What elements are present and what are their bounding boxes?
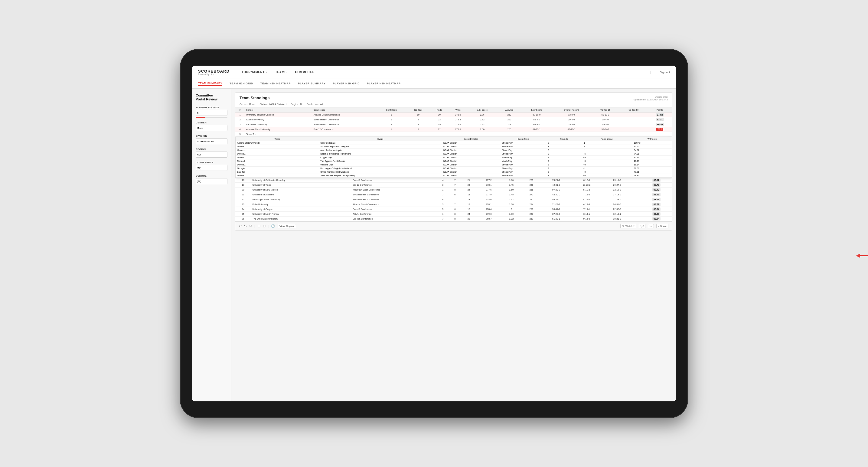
tooltip-col-rounds: Rounds bbox=[546, 137, 582, 141]
cell-points[interactable]: 93.31 bbox=[648, 117, 672, 122]
tooltip-cell-team: Georgia bbox=[236, 167, 319, 170]
tooltip-col-rank-impact: Rank Impact bbox=[582, 137, 632, 141]
table-row: 2 Auburn University Southeastern Confere… bbox=[235, 117, 672, 122]
col-school: School bbox=[245, 108, 312, 113]
points-badge[interactable]: 90.30 bbox=[656, 123, 664, 126]
cell-points[interactable]: 90.30 bbox=[648, 122, 672, 127]
cell-overall: 3-14-1 bbox=[571, 212, 602, 217]
nav-committee[interactable]: COMMITTEE bbox=[295, 70, 315, 74]
cell-rank: 18 bbox=[235, 178, 251, 183]
tooltip-cell-type: Stroke Play bbox=[500, 167, 546, 170]
tab-team-h2h-grid[interactable]: TEAM H2H GRID bbox=[229, 82, 253, 86]
tooltip-cell-rounds: 2 bbox=[546, 159, 582, 163]
sign-out-button[interactable]: Sign out bbox=[660, 71, 670, 74]
points-badge[interactable]: 88.54 bbox=[652, 208, 660, 211]
tooltip-cell-event: 2023 Sahalee Players Championship bbox=[319, 174, 442, 178]
annotation-arrow bbox=[856, 251, 868, 260]
cell-points[interactable]: 88.49 bbox=[641, 188, 672, 192]
cell-overall: 13-9-0 bbox=[552, 113, 591, 117]
cell-no-tour: 7 bbox=[449, 183, 461, 188]
school-select[interactable]: (All) bbox=[196, 178, 227, 184]
share-icon: ⤴ bbox=[658, 225, 659, 227]
region-select[interactable]: N/A East West bbox=[196, 152, 227, 158]
cell-rank: 21 bbox=[235, 192, 251, 197]
points-badge[interactable]: 83.89 bbox=[652, 212, 660, 216]
division-select[interactable]: NCAA Division I NCAA Division II NCAA Di… bbox=[196, 138, 227, 144]
tab-team-h2h-heatmap[interactable]: TEAM H2H HEATMAP bbox=[260, 82, 291, 86]
tab-player-summary[interactable]: PLAYER SUMMARY bbox=[298, 82, 326, 86]
cell-rank: 19 bbox=[235, 183, 251, 188]
cell-points[interactable]: 97.02 bbox=[648, 113, 672, 117]
filter-gender: Gender Men's Women's bbox=[196, 121, 227, 131]
view-original-button[interactable]: View: Original bbox=[278, 224, 296, 228]
cell-no-tour: 8 bbox=[449, 188, 461, 192]
cell-points[interactable] bbox=[648, 132, 672, 137]
tooltip-cell-event: The Cypress Point Classic bbox=[319, 159, 442, 163]
points-badge[interactable]: 83.41 bbox=[652, 198, 660, 201]
points-badge[interactable]: 97.02 bbox=[656, 113, 664, 117]
region-label: Region bbox=[196, 148, 227, 151]
cell-no-tour bbox=[406, 132, 430, 137]
cell-conf-rank bbox=[376, 132, 406, 137]
points-badge[interactable]: 88.43 bbox=[652, 193, 660, 196]
cell-conf-rank: 3 bbox=[437, 202, 449, 207]
cell-school: Duke University bbox=[251, 202, 351, 207]
nav-tournaments[interactable]: TOURNAMENTS bbox=[242, 70, 267, 74]
tooltip-cell-rounds: 2 bbox=[546, 156, 582, 159]
copy-icon[interactable]: ⊞ bbox=[258, 224, 260, 228]
tooltip-cell-division: NCAA Division I bbox=[442, 167, 500, 170]
cell-vs50 bbox=[632, 188, 641, 192]
conference-select[interactable]: (All) bbox=[196, 165, 227, 171]
points-badge[interactable]: 88.71 bbox=[652, 203, 660, 206]
cell-points[interactable]: 83.07 bbox=[641, 178, 672, 183]
col-conference: Conference bbox=[312, 108, 376, 113]
cell-wins: 272.6 bbox=[448, 122, 468, 127]
points-badge[interactable]: 88.70 bbox=[652, 183, 660, 187]
cell-points[interactable]: 88.70 bbox=[641, 183, 672, 188]
undo-icon[interactable]: ↩ bbox=[239, 224, 242, 228]
clock-icon[interactable]: 🕐 bbox=[271, 224, 275, 228]
cell-points[interactable]: 88.54 bbox=[641, 207, 672, 212]
tooltip-cell-rounds: 3 bbox=[546, 167, 582, 170]
cell-points[interactable]: 88.43 bbox=[641, 192, 672, 197]
redo-icon[interactable]: ↪ bbox=[244, 224, 247, 228]
refresh-icon[interactable]: ↺ bbox=[249, 224, 252, 228]
grid-icon[interactable]: ⊟ bbox=[263, 224, 266, 228]
cell-vs50 bbox=[619, 132, 648, 137]
tab-player-h2h-grid[interactable]: PLAYER H2H GRID bbox=[333, 82, 360, 86]
expand-button[interactable]: ⛶ bbox=[648, 224, 654, 228]
cell-overall: 4-13-3 bbox=[571, 202, 602, 207]
tab-player-h2h-heatmap[interactable]: PLAYER H2H HEATMAP bbox=[367, 82, 401, 86]
cell-overall: 4-16-0 bbox=[571, 197, 602, 202]
cell-points[interactable]: 83.41 bbox=[641, 197, 672, 202]
points-badge[interactable]: 80.94 bbox=[652, 217, 660, 220]
cell-conference bbox=[312, 132, 376, 137]
cell-avg-sg: 265 bbox=[497, 127, 522, 132]
points-badge[interactable]: 93.31 bbox=[656, 118, 664, 121]
cell-low-score: 87-25-1 bbox=[522, 127, 552, 132]
share-button[interactable]: ⤴ Share bbox=[656, 224, 669, 228]
points-badge[interactable]: 88.49 bbox=[652, 188, 660, 191]
cell-points[interactable]: 80.94 bbox=[641, 217, 672, 221]
cell-points[interactable]: 88.71 bbox=[641, 202, 672, 207]
cell-vs25: 58-24-1 bbox=[591, 127, 619, 132]
min-rounds-input[interactable] bbox=[196, 110, 227, 116]
tab-team-summary[interactable]: TEAM SUMMARY bbox=[198, 82, 222, 86]
cell-vs50 bbox=[632, 197, 641, 202]
cell-points[interactable]: 83.89 bbox=[641, 212, 672, 217]
gender-select[interactable]: Men's Women's bbox=[196, 125, 227, 131]
cell-conference: Big 12 Conference bbox=[351, 183, 437, 188]
watch-button[interactable]: 👁 Watch ▾ bbox=[620, 224, 636, 228]
tooltip-cell-rounds: 3 bbox=[546, 174, 582, 178]
rounds-slider[interactable] bbox=[196, 117, 227, 118]
points-badge[interactable]: 83.07 bbox=[652, 179, 660, 182]
tooltip-row: Florida I The Cypress Point Classic NCAA… bbox=[236, 159, 672, 163]
comment-button[interactable]: 💬 bbox=[639, 224, 645, 228]
nav-teams[interactable]: TEAMS bbox=[275, 70, 287, 74]
cell-points[interactable]: 79.5 bbox=[648, 127, 672, 132]
cell-no-tour: 6 bbox=[449, 207, 461, 212]
cell-school: University of North Carolina bbox=[245, 113, 312, 117]
cell-school: University of Texas bbox=[251, 183, 351, 188]
points-badge-active[interactable]: 79.5 bbox=[656, 128, 663, 131]
cell-vs25 bbox=[591, 132, 619, 137]
